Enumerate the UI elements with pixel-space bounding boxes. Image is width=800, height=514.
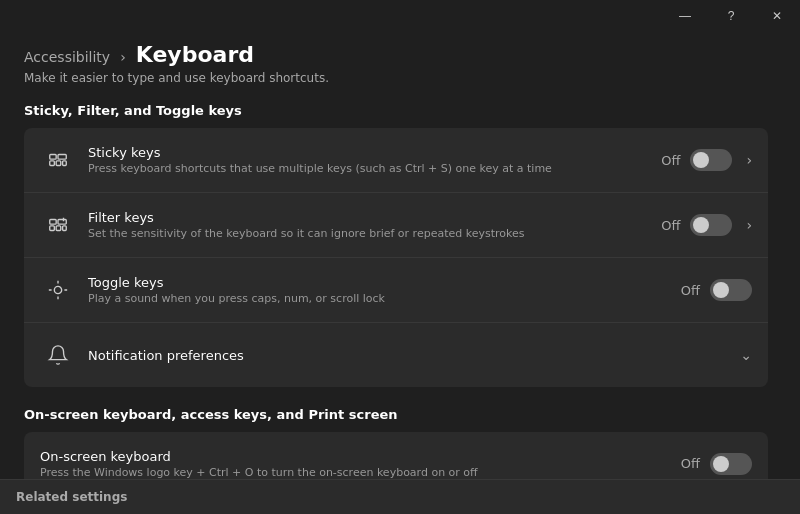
svg-rect-2 xyxy=(56,161,61,166)
notification-chevron-icon: ⌄ xyxy=(740,347,752,363)
on-screen-keyboard-title: On-screen keyboard xyxy=(40,449,681,464)
sticky-keys-text: Sticky keys Press keyboard shortcuts tha… xyxy=(88,145,661,175)
toggle-keys-text: Toggle keys Play a sound when you press … xyxy=(88,275,681,305)
section1-group: Sticky keys Press keyboard shortcuts tha… xyxy=(24,128,768,387)
related-settings-bar: Related settings xyxy=(0,479,800,514)
notification-preferences-label: Notification preferences xyxy=(88,348,740,363)
toggle-keys-icon xyxy=(40,272,76,308)
breadcrumb-separator: › xyxy=(120,49,126,65)
sticky-keys-chevron: › xyxy=(746,152,752,168)
svg-rect-6 xyxy=(50,226,55,231)
svg-rect-9 xyxy=(58,220,66,225)
filter-keys-item[interactable]: Filter keys Set the sensitivity of the k… xyxy=(24,193,768,258)
sticky-keys-toggle[interactable] xyxy=(690,149,732,171)
svg-rect-8 xyxy=(63,226,67,231)
svg-rect-3 xyxy=(63,161,67,166)
on-screen-keyboard-right: Off xyxy=(681,453,752,475)
page-subtitle: Make it easier to type and use keyboard … xyxy=(24,71,768,85)
help-button[interactable]: ? xyxy=(708,0,754,32)
filter-keys-status: Off xyxy=(661,218,680,233)
sticky-keys-title: Sticky keys xyxy=(88,145,661,160)
on-screen-keyboard-text: On-screen keyboard Press the Windows log… xyxy=(40,449,681,479)
section2-title: On-screen keyboard, access keys, and Pri… xyxy=(24,407,768,422)
toggle-keys-desc: Play a sound when you press caps, num, o… xyxy=(88,292,681,305)
on-screen-keyboard-status: Off xyxy=(681,456,700,471)
related-settings-label: Related settings xyxy=(16,490,127,504)
page-title-row: Accessibility › Keyboard xyxy=(24,42,768,67)
page-title: Keyboard xyxy=(136,42,254,67)
toggle-keys-title: Toggle keys xyxy=(88,275,681,290)
sticky-keys-icon xyxy=(40,142,76,178)
filter-keys-text: Filter keys Set the sensitivity of the k… xyxy=(88,210,661,240)
main-content: Accessibility › Keyboard Make it easier … xyxy=(0,32,800,514)
toggle-keys-status: Off xyxy=(681,283,700,298)
toggle-keys-toggle[interactable] xyxy=(710,279,752,301)
filter-keys-right: Off › xyxy=(661,214,752,236)
svg-point-11 xyxy=(54,286,61,293)
toggle-keys-item[interactable]: Toggle keys Play a sound when you press … xyxy=(24,258,768,323)
section1-title: Sticky, Filter, and Toggle keys xyxy=(24,103,768,118)
title-bar: — ? ✕ xyxy=(0,0,800,32)
filter-keys-chevron: › xyxy=(746,217,752,233)
on-screen-keyboard-desc: Press the Windows logo key + Ctrl + O to… xyxy=(40,466,681,479)
toggle-keys-right: Off xyxy=(681,279,752,301)
filter-keys-toggle[interactable] xyxy=(690,214,732,236)
on-screen-keyboard-toggle[interactable] xyxy=(710,453,752,475)
minimize-button[interactable]: — xyxy=(662,0,708,32)
sticky-keys-item[interactable]: Sticky keys Press keyboard shortcuts tha… xyxy=(24,128,768,193)
filter-keys-desc: Set the sensitivity of the keyboard so i… xyxy=(88,227,661,240)
notification-icon xyxy=(40,337,76,373)
filter-keys-icon xyxy=(40,207,76,243)
svg-rect-0 xyxy=(50,155,56,160)
sticky-keys-status: Off xyxy=(661,153,680,168)
sticky-keys-desc: Press keyboard shortcuts that use multip… xyxy=(88,162,661,175)
notification-preferences-item[interactable]: Notification preferences ⌄ xyxy=(24,323,768,387)
svg-rect-1 xyxy=(50,161,55,166)
title-bar-controls: — ? ✕ xyxy=(662,0,800,32)
sticky-keys-right: Off › xyxy=(661,149,752,171)
svg-rect-5 xyxy=(50,220,56,225)
filter-keys-title: Filter keys xyxy=(88,210,661,225)
breadcrumb-parent[interactable]: Accessibility xyxy=(24,49,110,65)
svg-rect-4 xyxy=(58,155,66,160)
svg-rect-7 xyxy=(56,226,61,231)
close-button[interactable]: ✕ xyxy=(754,0,800,32)
